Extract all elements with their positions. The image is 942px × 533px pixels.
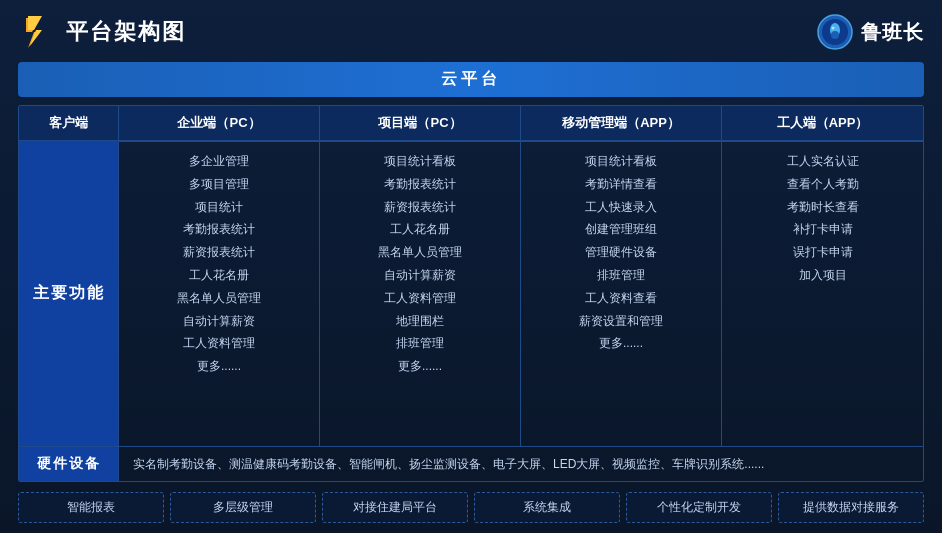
list-item: 地理围栏 — [330, 310, 510, 333]
hardware-label: 硬件设备 — [19, 447, 119, 481]
project-feature-list: 项目统计看板 考勤报表统计 薪资报表统计 工人花名册 黑名单人员管理 自动计算薪… — [330, 150, 510, 378]
svg-point-6 — [832, 27, 835, 30]
list-item: 工人资料管理 — [129, 332, 309, 355]
feature-data-service: 提供数据对接服务 — [778, 492, 924, 523]
list-item: 工人资料管理 — [330, 287, 510, 310]
worker-feature-list: 工人实名认证 查看个人考勤 考勤时长查看 补打卡申请 误打卡申请 加入项目 — [732, 150, 913, 287]
list-item: 管理硬件设备 — [531, 241, 711, 264]
content-row: 主要功能 多企业管理 多项目管理 项目统计 考勤报表统计 薪资报表统计 工人花名… — [19, 141, 923, 446]
worker-features: 工人实名认证 查看个人考勤 考勤时长查看 补打卡申请 误打卡申请 加入项目 — [722, 141, 923, 446]
hardware-content: 实名制考勤设备、测温健康码考勤设备、智能闸机、扬尘监测设备、电子大屏、LED大屏… — [119, 447, 923, 481]
list-item: 查看个人考勤 — [732, 173, 913, 196]
hardware-row: 硬件设备 实名制考勤设备、测温健康码考勤设备、智能闸机、扬尘监测设备、电子大屏、… — [19, 446, 923, 481]
list-item: 考勤报表统计 — [129, 218, 309, 241]
main-container: 平台架构图 鲁班长 云平台 客户端 企业端（PC） 项目端（PC） 移动管理端（… — [0, 0, 942, 533]
brand-logo: 鲁班长 — [817, 14, 924, 50]
svg-point-5 — [831, 31, 839, 39]
list-item: 排班管理 — [330, 332, 510, 355]
list-item: 项目统计看板 — [330, 150, 510, 173]
list-item: 多企业管理 — [129, 150, 309, 173]
main-table: 客户端 企业端（PC） 项目端（PC） 移动管理端（APP） 工人端（APP） … — [18, 105, 924, 482]
list-item: 考勤报表统计 — [330, 173, 510, 196]
list-item: 误打卡申请 — [732, 241, 913, 264]
feature-integration: 系统集成 — [474, 492, 620, 523]
list-item: 薪资报表统计 — [330, 196, 510, 219]
brand-icon — [817, 14, 853, 50]
list-item: 加入项目 — [732, 264, 913, 287]
list-item: 工人实名认证 — [732, 150, 913, 173]
feature-housing: 对接住建局平台 — [322, 492, 468, 523]
col-client: 客户端 — [19, 106, 119, 141]
list-item: 创建管理班组 — [531, 218, 711, 241]
list-item: 考勤详情查看 — [531, 173, 711, 196]
row-main-function-label: 主要功能 — [19, 141, 119, 446]
project-features: 项目统计看板 考勤报表统计 薪资报表统计 工人花名册 黑名单人员管理 自动计算薪… — [320, 141, 521, 446]
column-headers: 客户端 企业端（PC） 项目端（PC） 移动管理端（APP） 工人端（APP） — [19, 106, 923, 141]
mobile-features: 项目统计看板 考勤详情查看 工人快速录入 创建管理班组 管理硬件设备 排班管理 … — [521, 141, 722, 446]
cloud-platform-bar: 云平台 — [18, 62, 924, 97]
feature-multilevel: 多层级管理 — [170, 492, 316, 523]
list-item: 更多...... — [129, 355, 309, 378]
list-item: 工人资料查看 — [531, 287, 711, 310]
list-item: 薪资设置和管理 — [531, 310, 711, 333]
list-item: 补打卡申请 — [732, 218, 913, 241]
header: 平台架构图 鲁班长 — [18, 10, 924, 54]
list-item: 黑名单人员管理 — [330, 241, 510, 264]
feature-custom: 个性化定制开发 — [626, 492, 772, 523]
enterprise-feature-list: 多企业管理 多项目管理 项目统计 考勤报表统计 薪资报表统计 工人花名册 黑名单… — [129, 150, 309, 378]
col-enterprise: 企业端（PC） — [119, 106, 320, 141]
list-item: 自动计算薪资 — [330, 264, 510, 287]
brand-name: 鲁班长 — [861, 19, 924, 46]
page-title: 平台架构图 — [66, 17, 186, 47]
feature-smart-report: 智能报表 — [18, 492, 164, 523]
list-item: 自动计算薪资 — [129, 310, 309, 333]
header-left: 平台架构图 — [18, 14, 186, 50]
list-item: 工人花名册 — [129, 264, 309, 287]
bottom-features: 智能报表 多层级管理 对接住建局平台 系统集成 个性化定制开发 提供数据对接服务 — [18, 492, 924, 523]
list-item: 黑名单人员管理 — [129, 287, 309, 310]
list-item: 排班管理 — [531, 264, 711, 287]
list-item: 项目统计看板 — [531, 150, 711, 173]
list-item: 考勤时长查看 — [732, 196, 913, 219]
list-item: 多项目管理 — [129, 173, 309, 196]
list-item: 项目统计 — [129, 196, 309, 219]
logo-icon — [18, 14, 54, 50]
list-item: 薪资报表统计 — [129, 241, 309, 264]
list-item: 更多...... — [330, 355, 510, 378]
list-item: 工人快速录入 — [531, 196, 711, 219]
enterprise-features: 多企业管理 多项目管理 项目统计 考勤报表统计 薪资报表统计 工人花名册 黑名单… — [119, 141, 320, 446]
col-project-pc: 项目端（PC） — [320, 106, 521, 141]
col-worker-app: 工人端（APP） — [722, 106, 923, 141]
col-mobile-app: 移动管理端（APP） — [521, 106, 722, 141]
list-item: 工人花名册 — [330, 218, 510, 241]
mobile-feature-list: 项目统计看板 考勤详情查看 工人快速录入 创建管理班组 管理硬件设备 排班管理 … — [531, 150, 711, 355]
list-item: 更多...... — [531, 332, 711, 355]
